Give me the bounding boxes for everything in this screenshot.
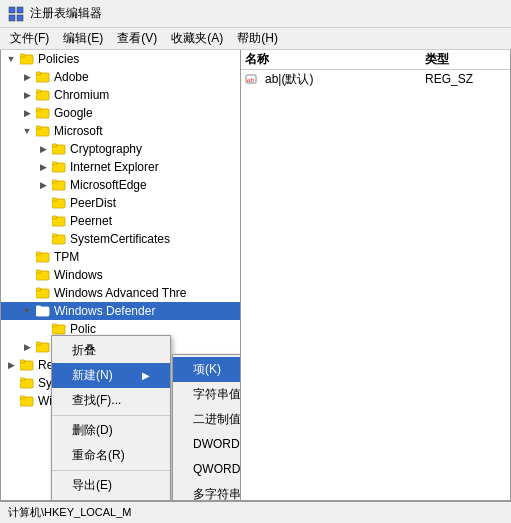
svg-rect-31 xyxy=(36,288,41,291)
submenu-item-string[interactable]: 字符串值(S) xyxy=(173,382,241,407)
status-text: 计算机\HKEY_LOCAL_M xyxy=(8,505,131,520)
expand-icon-chromium[interactable]: ▶ xyxy=(19,86,35,104)
right-panel: 名称 类型 ab ab|(默认) REG_SZ xyxy=(241,50,510,500)
svg-text:ab: ab xyxy=(247,76,255,84)
folder-icon-msedge xyxy=(51,177,67,193)
expand-icon-ie[interactable]: ▶ xyxy=(35,158,51,176)
folder-icon-google xyxy=(35,105,51,121)
tree-item-windows[interactable]: ▶ Windows xyxy=(1,266,240,284)
tree-item-cryptography[interactable]: ▶ Cryptography xyxy=(1,140,240,158)
tree-item-peerdist[interactable]: ▶ PeerDist xyxy=(1,194,240,212)
folder-icon-syscerts xyxy=(51,231,67,247)
tree-item-windows-advanced[interactable]: ▶ Windows Advanced Thre xyxy=(1,284,240,302)
right-header: 名称 类型 xyxy=(241,50,510,70)
right-row-type: REG_SZ xyxy=(425,72,473,86)
ctx-new[interactable]: 新建(N) ▶ xyxy=(52,363,170,388)
folder-icon-registeredapp xyxy=(19,357,35,373)
folder-icon-chromium xyxy=(35,87,51,103)
tree-item-adobe[interactable]: ▶ Adobe xyxy=(1,68,240,86)
main-content: ▼ Policies ▶ Adobe xyxy=(0,50,511,501)
expand-icon-msedge[interactable]: ▶ xyxy=(35,176,51,194)
submenu-new: 项(K) 字符串值(S) 二进制值(B) DWORD (32 位值)(D) QW… xyxy=(172,354,241,500)
svg-rect-15 xyxy=(52,144,57,147)
folder-icon-cryptography xyxy=(51,141,67,157)
tree-item-microsoft[interactable]: ▼ Microsoft xyxy=(1,122,240,140)
svg-rect-35 xyxy=(52,324,57,327)
title-bar: 注册表编辑器 xyxy=(0,0,511,28)
tree-item-msedge[interactable]: ▶ MicrosoftEdge xyxy=(1,176,240,194)
folder-icon-peernet xyxy=(51,213,67,229)
ctx-rename[interactable]: 重命名(R) xyxy=(52,443,170,468)
tree-item-peernet[interactable]: ▶ Peernet xyxy=(1,212,240,230)
tree-item-chromium[interactable]: ▶ Chromium xyxy=(1,86,240,104)
expand-icon-cryptography[interactable]: ▶ xyxy=(35,140,51,158)
right-row-name: ab ab|(默认) xyxy=(245,71,425,88)
svg-rect-33 xyxy=(36,306,41,309)
svg-rect-7 xyxy=(36,72,41,75)
ctx-delete[interactable]: 删除(D) xyxy=(52,418,170,443)
svg-rect-5 xyxy=(20,54,25,57)
expand-icon-windov[interactable]: ▶ xyxy=(19,338,35,356)
ctx-divider-1 xyxy=(52,415,170,416)
folder-icon-tpm xyxy=(35,249,51,265)
svg-rect-43 xyxy=(20,396,25,399)
expand-icon-google[interactable]: ▶ xyxy=(19,104,35,122)
menu-bar: 文件(F) 编辑(E) 查看(V) 收藏夹(A) 帮助(H) xyxy=(0,28,511,50)
menu-edit[interactable]: 编辑(E) xyxy=(57,28,109,49)
svg-rect-9 xyxy=(36,90,41,93)
tree-item-ie[interactable]: ▶ Internet Explorer xyxy=(1,158,240,176)
menu-view[interactable]: 查看(V) xyxy=(111,28,163,49)
tree-item-tpm[interactable]: ▶ TPM xyxy=(1,248,240,266)
folder-icon-adobe xyxy=(35,69,51,85)
folder-icon-windows-defender xyxy=(35,303,51,319)
status-bar: 计算机\HKEY_LOCAL_M xyxy=(0,501,511,523)
folder-icon-windov xyxy=(35,339,51,355)
folder-icon-windows xyxy=(35,267,51,283)
ctx-permissions[interactable]: 权限(P)... xyxy=(52,498,170,500)
svg-rect-19 xyxy=(52,180,57,183)
svg-rect-29 xyxy=(36,270,41,273)
menu-file[interactable]: 文件(F) xyxy=(4,28,55,49)
svg-rect-23 xyxy=(52,216,57,219)
expand-icon-adobe[interactable]: ▶ xyxy=(19,68,35,86)
svg-rect-21 xyxy=(52,198,57,201)
col-name-header: 名称 xyxy=(245,51,425,68)
folder-icon-policies xyxy=(19,51,35,67)
submenu-arrow: ▶ xyxy=(142,370,150,381)
menu-help[interactable]: 帮助(H) xyxy=(231,28,284,49)
window-title: 注册表编辑器 xyxy=(30,5,102,22)
submenu-item-key[interactable]: 项(K) xyxy=(173,357,241,382)
svg-rect-11 xyxy=(36,108,41,111)
svg-rect-3 xyxy=(17,15,23,21)
ctx-find[interactable]: 查找(F)... xyxy=(52,388,170,413)
col-type-header: 类型 xyxy=(425,51,449,68)
expand-icon-windows-defender[interactable]: ▼ xyxy=(19,302,35,320)
svg-rect-27 xyxy=(36,252,41,255)
svg-rect-39 xyxy=(20,360,25,363)
right-row-default[interactable]: ab ab|(默认) REG_SZ xyxy=(241,70,510,88)
ctx-divider-2 xyxy=(52,470,170,471)
reg-value-icon: ab xyxy=(245,71,261,87)
expand-icon-microsoft[interactable]: ▼ xyxy=(19,122,35,140)
ctx-collapse[interactable]: 折叠 xyxy=(52,338,170,363)
tree-item-policies[interactable]: ▼ Policies xyxy=(1,50,240,68)
tree-item-windows-defender[interactable]: ▼ Windows Defender xyxy=(1,302,240,320)
folder-icon-ie xyxy=(51,159,67,175)
tree-item-google[interactable]: ▶ Google xyxy=(1,104,240,122)
tree-item-syscerts[interactable]: ▶ SystemCertificates xyxy=(1,230,240,248)
menu-favorites[interactable]: 收藏夹(A) xyxy=(165,28,229,49)
svg-rect-17 xyxy=(52,162,57,165)
svg-rect-13 xyxy=(36,126,41,129)
svg-rect-1 xyxy=(17,7,23,13)
submenu-item-qword[interactable]: QWORD (64 位值)(Q) xyxy=(173,457,241,482)
submenu-item-binary[interactable]: 二进制值(B) xyxy=(173,407,241,432)
expand-icon-policies[interactable]: ▼ xyxy=(3,50,19,68)
app-window: 注册表编辑器 文件(F) 编辑(E) 查看(V) 收藏夹(A) 帮助(H) ▼ … xyxy=(0,0,511,523)
folder-icon-winrar xyxy=(19,393,35,409)
context-menu: 折叠 新建(N) ▶ 查找(F)... 删除(D) 重命名(R) xyxy=(51,335,171,500)
submenu-item-multistring[interactable]: 多字符串值(M) xyxy=(173,482,241,500)
app-icon xyxy=(8,6,24,22)
submenu-item-dword[interactable]: DWORD (32 位值)(D) xyxy=(173,432,241,457)
expand-icon-registeredapp[interactable]: ▶ xyxy=(3,356,19,374)
ctx-export[interactable]: 导出(E) xyxy=(52,473,170,498)
